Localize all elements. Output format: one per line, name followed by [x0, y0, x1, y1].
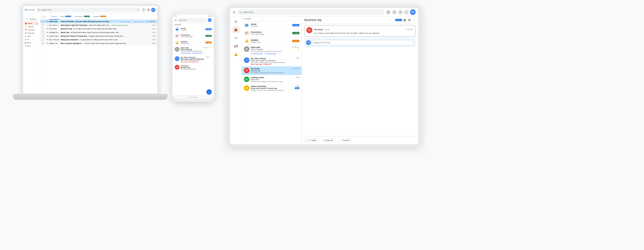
email-row-james[interactable]: ☆ ▶ James Carroway Bring Your Parents To… — [40, 34, 157, 38]
tablet-promotions-name: Promotions — [251, 31, 291, 33]
phone-email-tom[interactable]: T me, Tom, Anissa 3 3 Nov Board game nig… — [173, 55, 214, 64]
email-row-salit[interactable]: ☆ ▶ Salit Kulla Trip to Yosemite - Can y… — [40, 20, 157, 23]
email-checkbox[interactable] — [42, 42, 44, 44]
tab-primary[interactable]: Primary — [49, 14, 58, 19]
detail-delete-icon[interactable]: 🗑 — [408, 18, 411, 22]
sidebar-item-book[interactable]: Book — [23, 41, 39, 44]
apps-icon[interactable]: ⠿ — [142, 8, 146, 12]
reply-all-button[interactable]: ↩ Reply all — [321, 138, 336, 142]
search-dropdown-icon[interactable]: ▼ — [137, 9, 139, 10]
reply-input[interactable]: Reply to Tim Greer... — [312, 40, 414, 45]
star-salit[interactable]: ★ — [210, 47, 212, 49]
tab-promotions[interactable]: Promotions 2 new — [73, 14, 92, 19]
thread-time-tim: 11.19 a.m. — [406, 28, 414, 30]
tablet-email-tim[interactable]: TG Tim Greer Business trip Hi I made a r… — [242, 66, 302, 75]
star-btn[interactable]: ☆ — [45, 35, 46, 37]
thread-item-tim[interactable]: TG Tim Greer to me 11.19 a.m. Hi, I mad — [304, 25, 416, 37]
settings-icon[interactable]: ⚙ — [146, 8, 150, 12]
inline-reply-area: CE Reply to Tim Greer... — [304, 38, 416, 47]
phone-user-avatar[interactable]: CE — [208, 18, 212, 22]
tablet-avatar-tom: T — [244, 57, 250, 63]
tablet-email-salit[interactable]: SK Salit Kulla Trip to Yosemite Can you … — [242, 45, 302, 56]
tablet-star-tom[interactable]: ☆ — [298, 59, 300, 62]
phone-email-tim[interactable]: TG Tim Greer Business trip Hi I made a r… — [173, 64, 214, 71]
tablet-archive-icon[interactable]: ▦ — [386, 10, 391, 14]
phone-cat-social[interactable]: 👥 Social YouTube 2 new — [173, 26, 214, 33]
tablet-email-lindsay[interactable]: LC Lindsay Carter Book Club Hi Peter and… — [242, 75, 302, 84]
email-checkbox[interactable] — [42, 31, 44, 33]
search-bar-laptop[interactable]: 🔍 Search mail ▼ — [36, 7, 140, 12]
tablet-email-meta-james: 3 Nov New — [295, 85, 300, 89]
tablet-cat-promotions[interactable]: 🏷 Promotions Think with Google 3 new — [242, 29, 302, 37]
tablet-sidebar-updates[interactable]: 🔔 — [232, 51, 239, 58]
email-row-lindsay[interactable]: ☆ ▶ Lindsay Carter Book Club - Hi Peter … — [40, 31, 157, 34]
tablet-cat-updates[interactable]: 🔔 Updates Google Play 3 new — [242, 37, 302, 45]
refresh-icon[interactable]: ↻ — [44, 16, 46, 17]
tablet-star-tim[interactable]: ☆ — [298, 70, 300, 72]
tablet-sidebar-label[interactable]: 🏷 — [232, 34, 239, 41]
tab-updates[interactable]: Updates 1 new — [92, 14, 108, 19]
star-tom[interactable]: ☆ — [210, 56, 212, 58]
tablet-sidebar-promotions[interactable]: 📢 — [232, 43, 239, 49]
forward-label: Forward — [342, 139, 350, 141]
email-row-ken[interactable]: ☆ ▶ Ken, Vince B. Hiking this weekend? -… — [40, 38, 157, 42]
tablet-sidebar-inbox[interactable]: 📥 — [232, 26, 239, 33]
sidebar-item-snoozed[interactable]: ⏰ Snoozed — [23, 28, 39, 31]
email-checkbox[interactable] — [42, 35, 44, 37]
forward-button[interactable]: → Forward — [338, 138, 352, 142]
compose-button[interactable]: ✏ + Compose — [24, 15, 39, 21]
tablet-sidebar-menu[interactable]: ☰ — [232, 18, 239, 25]
star-btn[interactable]: ☆ — [45, 31, 46, 33]
phone-cat-updates[interactable]: 🔔 Updates Google Play 1 new — [173, 39, 214, 46]
tablet-search-bar[interactable]: 🔍 Search mail — [237, 9, 384, 15]
tablet-settings-icon[interactable]: ⚙ — [398, 10, 403, 14]
sidebar-item-for[interactable]: For — [23, 38, 39, 41]
tablet-star-lindsay[interactable]: ☆ — [298, 78, 300, 81]
tablet-preview-salit: Can you share the pictures from our trip… — [251, 50, 291, 52]
hamburger-icon[interactable]: ☰ — [175, 19, 177, 21]
tablet-sender-james: James Carroway — [251, 85, 294, 87]
phone-email-content-salit: Salit Kulla 11.30 a.m. Trip to Yosemite … — [180, 47, 209, 54]
phone-email-salit[interactable]: SK Salit Kulla 11.30 a.m. Trip to Yosemi… — [173, 46, 214, 55]
promotions-cat-badge: 2 new — [206, 35, 212, 37]
sidebar-item-inbox[interactable]: 📥 Inbox 1 — [23, 22, 39, 25]
star-btn[interactable]: ☆ — [45, 20, 46, 22]
compose-fab[interactable]: + — [206, 89, 212, 95]
star-btn[interactable]: ☆ — [45, 24, 46, 26]
sidebar-item-sent[interactable]: ➤ Sent — [23, 35, 39, 38]
more-options-icon[interactable]: ⋮ — [46, 16, 48, 17]
tablet-more-icon[interactable]: ⋮ — [404, 10, 409, 14]
user-avatar-laptop[interactable]: CE — [151, 8, 156, 12]
email-checkbox[interactable] — [42, 24, 44, 26]
phone-cat-promotions[interactable]: 🏷 Promotions Think with Google 2 new — [173, 33, 214, 39]
tablet-email-tom[interactable]: T me, Tom, Anissa Board game night this … — [242, 56, 302, 66]
attach-pill-1: 📎 Trip Photo 1.jpg — [180, 52, 191, 54]
tablet-avatar-lindsay: LC — [244, 77, 250, 82]
email-checkbox[interactable] — [42, 39, 44, 41]
email-checkbox[interactable] — [42, 20, 44, 22]
email-row-anissa[interactable]: ☆ ▶ Anissa, James J. Mia's surprise birt… — [40, 42, 157, 45]
email-row-tom[interactable]: ☆ ▶ me, Tom, Anisse Beast game night thi… — [40, 23, 157, 27]
sidebar-item-important[interactable]: ⚑ Important — [23, 31, 39, 35]
star-btn[interactable]: ☆ — [45, 42, 46, 44]
tablet-email-james[interactable]: JC James Carroway Bring Your Parents To … — [242, 84, 302, 93]
detail-more-icon[interactable]: ⋮ — [412, 18, 416, 22]
email-date: 3 Nov — [152, 32, 156, 33]
sidebar-item-starred[interactable]: ⭐ Starred — [23, 25, 39, 28]
detail-archive-icon[interactable]: ▦ — [403, 18, 406, 22]
tablet-cat-social[interactable]: 👥 Social YouTube 5 new — [242, 21, 302, 29]
tablet-menu-icon[interactable]: ☰ — [233, 10, 236, 14]
tablet-star-salit[interactable]: ★ — [298, 48, 300, 51]
tablet-header: ☰ 🔍 Search mail ▦ 🗑 ⚙ ⋮ CE — [230, 8, 418, 16]
email-checkbox[interactable] — [42, 28, 44, 30]
email-row-tim[interactable]: ☆ ▶ Tim Greer Business Trip - Hi I made … — [40, 27, 157, 31]
star-btn[interactable]: ☆ — [45, 39, 46, 41]
tab-social[interactable]: Social 2 new — [58, 14, 73, 19]
phone-search-bar[interactable]: Search mail — [178, 18, 207, 22]
tablet-user-avatar[interactable]: CE — [410, 9, 416, 15]
sidebar-item-more[interactable]: ▾ More — [23, 44, 39, 48]
reply-button[interactable]: ↩ ↩ Reply — [304, 138, 319, 142]
select-all-checkbox[interactable] — [42, 16, 44, 18]
star-btn[interactable]: ☆ — [45, 28, 46, 30]
tablet-delete-icon[interactable]: 🗑 — [392, 10, 397, 14]
